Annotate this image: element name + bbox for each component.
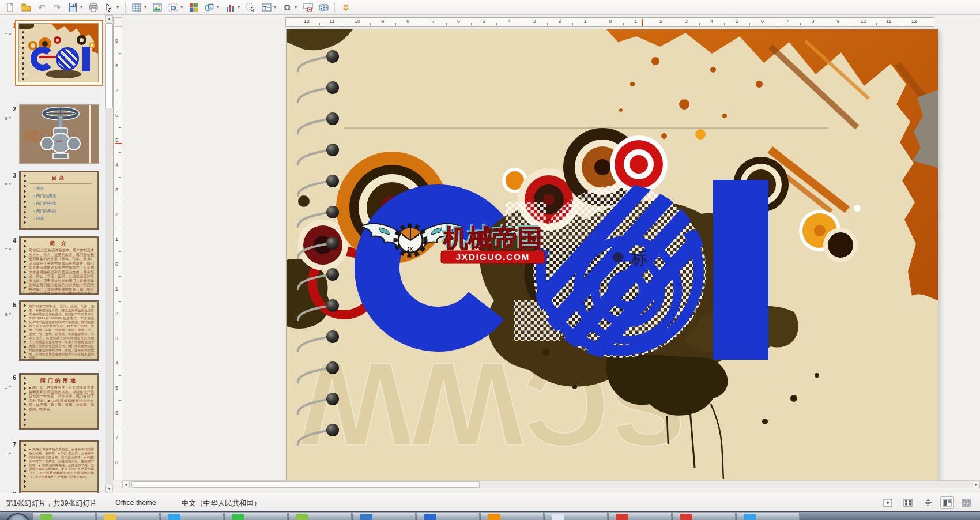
select-cursor-dropdown[interactable]: ▾ [116, 5, 121, 10]
mini-watermark [39, 56, 56, 58]
slide-title: 阀门的用途 [21, 377, 97, 385]
thumbnail-slide-2[interactable]: 阀门 Z45 [19, 104, 99, 164]
insert-picture-button[interactable] [150, 1, 164, 14]
start-button[interactable] [6, 513, 30, 520]
panel-scrollbar-thumb[interactable] [105, 23, 113, 108]
redo-button[interactable]: ↷ [50, 1, 64, 14]
horizontal-ruler: 1211109876543210123456789101112 [285, 17, 934, 27]
scrollbar-thumb[interactable] [131, 481, 480, 488]
scroll-up-arrow[interactable]: ▲ [105, 15, 113, 22]
svg-text:Z45: Z45 [56, 139, 63, 142]
more-tools-button[interactable] [339, 1, 353, 14]
toolbar: ↶ ↷ ▾ ▾ ▾ ▾ ▾ ▾ T ▾ Ω ▾ [0, 0, 980, 15]
ink-blob [613, 252, 623, 262]
h-ruler-number: 5 [483, 18, 485, 24]
taskbar-button-orange-app[interactable] [481, 513, 544, 520]
v-ruler-number: 8 [115, 63, 118, 69]
thumbnail-slide-7[interactable]: ■ (4)阻止管路中的介质倒流，如各种不同结构的止回阀、底阀等。■ (5)分离介… [19, 440, 99, 493]
insert-textbox-dropdown[interactable]: ▾ [274, 5, 278, 10]
taskbar-button-window-app[interactable] [545, 513, 608, 520]
insert-chart-dropdown[interactable]: ▾ [238, 5, 242, 10]
insert-chart-button[interactable] [223, 1, 237, 14]
insert-media-collage-button[interactable] [187, 1, 201, 14]
language-status[interactable]: 中文（中华人民共和国） [182, 499, 261, 508]
h-ruler-number: 7 [786, 18, 789, 24]
gate-valve-photo: Z45 [40, 107, 81, 163]
screenshot-capture-button[interactable] [166, 1, 180, 14]
thumbnail-slide-1[interactable] [15, 20, 103, 86]
v-ruler-number: 6 [115, 410, 118, 416]
animation-indicator-icon: ✦ [5, 247, 12, 252]
thumbnail-slide-5[interactable]: 阀门可用于控制水、蒸汽、油品、气体、泥浆、各种腐蚀性介质、液态金属和放射性流体等… [19, 300, 99, 361]
undo-button[interactable]: ↶ [35, 1, 48, 14]
spiral-bead [326, 81, 339, 94]
slide-sorter-view-button[interactable] [901, 496, 915, 509]
new-document-button[interactable] [3, 1, 17, 14]
thumbnail-slide-4[interactable]: 简 介 阀"的定义是在流体系统中，用来控制流体的方向、压力、流量的装置。阀门是使… [19, 236, 99, 295]
slide-title: 简 介 [21, 240, 97, 247]
outline-view-button[interactable] [921, 496, 935, 509]
slide-number: 7 [6, 441, 16, 448]
scroll-down-arrow[interactable]: ▼ [105, 485, 113, 492]
spiral-binding-dots [22, 443, 27, 493]
panel-scrollbar[interactable]: ▲ ▼ [105, 15, 113, 493]
taskbar-button-red-app-1[interactable] [609, 513, 672, 520]
slide-number: 5 [6, 302, 16, 308]
spiral-bead [326, 268, 339, 281]
spiral-bead [326, 175, 339, 187]
undo-icon: ↶ [38, 3, 46, 12]
animation-indicator-icon: ✦ [5, 312, 12, 316]
taskbar-button-dual-color-app[interactable] [353, 513, 416, 520]
toc-item: 阀门的分类 [33, 201, 97, 206]
save-button[interactable] [66, 1, 80, 14]
spiral-bead [326, 112, 339, 125]
taskbar-button-blue-doc-app[interactable] [417, 513, 480, 520]
insert-shapes-button[interactable] [202, 1, 216, 14]
insert-symbol-button[interactable]: Ω [280, 1, 294, 14]
insert-table-button[interactable] [130, 1, 144, 14]
animation-indicator-icon: ✦ [5, 32, 12, 37]
play-from-current-button[interactable] [881, 496, 895, 509]
insert-textbox-button[interactable]: T [259, 1, 273, 14]
insert-table-dropdown[interactable]: ▾ [144, 5, 149, 10]
taskbar [0, 511, 980, 520]
taskbar-button-tim-app[interactable] [161, 513, 224, 520]
save-dropdown[interactable]: ▾ [80, 5, 85, 10]
spiral-bead [326, 237, 339, 250]
scroll-left-arrow[interactable]: ◄ [122, 481, 130, 488]
slide-editor-workspace[interactable]: SCWW [122, 27, 980, 480]
taskbar-button-folder-app[interactable] [97, 513, 160, 520]
spiral-bead [326, 144, 339, 156]
select-objects-button[interactable] [244, 1, 258, 14]
horizontal-scrollbar[interactable]: ◄ ► [122, 480, 980, 488]
normal-view-button[interactable] [940, 496, 954, 509]
taskbar-button-green-app[interactable] [289, 513, 352, 520]
insert-symbol-dropdown[interactable]: ▾ [295, 5, 299, 10]
h-ruler-number: 1 [634, 18, 637, 24]
insert-shapes-dropdown[interactable]: ▾ [217, 5, 221, 10]
scroll-right-arrow[interactable]: ► [973, 481, 980, 488]
taskbar-button-wechat-app[interactable] [225, 513, 288, 520]
thumbnail-slide-3[interactable]: 目录 简介 阀门的用途 阀门的分类 阀门的种类 结束 [19, 171, 99, 230]
h-ruler-number: 6 [457, 18, 460, 24]
slide-body-text: ■ (4)阻止管路中的介质倒流，如各种不同结构的止回阀、底阀等。■ (5)分离介… [21, 446, 97, 480]
slide-canvas[interactable]: SCWW [287, 29, 938, 480]
h-ruler-number: 11 [886, 18, 891, 24]
theme-status[interactable]: Office theme [115, 499, 156, 507]
print-button[interactable] [86, 1, 100, 14]
dark-splat [46, 70, 81, 78]
slideshow-from-current-button[interactable] [301, 1, 315, 14]
screenshot-dropdown[interactable]: ▾ [180, 5, 185, 10]
v-ruler-number: 1 [115, 236, 118, 242]
v-ruler-number: 1 [115, 286, 118, 292]
thumbnail-slide-6[interactable]: 阀门的用途 ■ 阀门是一种管路附件，它是用来改变通路断面和介质流动的方向、控制输… [19, 373, 99, 430]
taskbar-button-red-app-2[interactable] [673, 513, 736, 520]
reading-view-button[interactable] [316, 1, 330, 14]
select-cursor-button[interactable] [102, 1, 116, 14]
taskbar-button-sogou-app[interactable] [33, 513, 96, 520]
emblem-monogram: JX [406, 246, 413, 252]
taskbar-button-blue-app[interactable] [737, 513, 800, 520]
brand-url-text: JXDIGUO.COM [456, 252, 530, 262]
open-file-button[interactable] [19, 1, 33, 14]
reading-view-button[interactable] [959, 496, 973, 509]
